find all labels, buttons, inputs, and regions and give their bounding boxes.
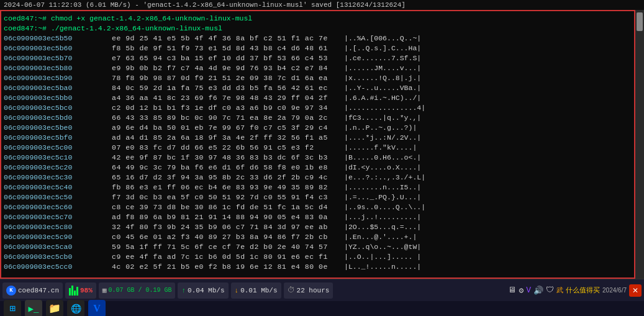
app-icon-4[interactable]: 🌐 bbox=[67, 300, 84, 316]
hex-addr: 06c0909003ec5c50 bbox=[4, 192, 109, 202]
ram-icon: ▦ bbox=[102, 286, 107, 294]
browser-icon: 🌐 bbox=[71, 304, 81, 314]
hex-bytes: 07 e0 83 fc d7 dd 66 e5 22 6b 56 91 c5 e… bbox=[112, 143, 342, 153]
upload-speed: 0.01 Mb/s bbox=[240, 287, 277, 294]
scrollbar-thumb[interactable] bbox=[637, 12, 643, 31]
terminal-line: coed847:~# chmod +x genact-1.4.2-x86_64-… bbox=[4, 14, 632, 24]
terminal-line: 06c0909003ec5c40fb 86 e3 e1 ff 06 ec b4 … bbox=[4, 183, 632, 192]
hex-addr: 06c0909003ec5ca0 bbox=[4, 242, 109, 252]
terminal-content[interactable]: coed847:~# chmod +x genact-1.4.2-x86_64-… bbox=[0, 10, 635, 279]
time-item[interactable]: ⏱ 22 hours bbox=[284, 282, 333, 299]
terminal-line: 06c0909003ec5c1042 ee 9f 87 bc 1f 30 97 … bbox=[4, 153, 632, 163]
hex-bytes: 42 ee 9f 87 bc 1f 30 97 48 36 83 b3 dc 6… bbox=[112, 153, 342, 163]
terminal-line: 06c0909003ec5c70ad f8 89 6a b9 81 21 91 … bbox=[4, 212, 632, 222]
kali-icon: K bbox=[6, 286, 16, 296]
scrollbar[interactable] bbox=[635, 10, 644, 279]
hex-addr: 06c0909003ec5cb0 bbox=[4, 252, 109, 262]
hex-bytes: c0 45 6e 01 a2 f3 40 89 27 b3 8a 94 86 f… bbox=[112, 232, 342, 242]
hex-addr: 06c0909003ec5b70 bbox=[4, 53, 109, 63]
hex-addr: 06c0909003ec5be0 bbox=[4, 123, 109, 133]
ram-item[interactable]: ▦ 0.07 GB / 0.19 GB bbox=[99, 282, 176, 299]
terminal-line: 06c0909003ec5bb0a4 36 aa 41 8c 23 69 f6 … bbox=[4, 93, 632, 103]
terminal-line: 06c0909003ec5b60f8 5b de 9f 51 f9 73 e1 … bbox=[4, 43, 632, 53]
hex-addr: 06c0909003ec5c10 bbox=[4, 153, 109, 163]
hex-bytes: 66 43 33 85 89 bc 0c 90 7c 71 ea 8e 2a 7… bbox=[112, 113, 342, 123]
hex-addr: 06c0909003ec5c00 bbox=[4, 143, 109, 153]
terminal-line: 06c0909003ec5c50f7 3d 0c b3 ea 5f c0 50 … bbox=[4, 192, 632, 202]
hex-bytes: 64 49 9c 3c 79 ba f6 e6 d1 6f d6 58 f8 e… bbox=[112, 163, 342, 173]
tray-icon-6: 武 bbox=[556, 286, 563, 295]
hex-ascii: |YZ..q\o..~...@tW| bbox=[342, 242, 421, 252]
hex-bytes: fb 86 e3 e1 ff 06 ec b4 6e 83 93 9e 49 3… bbox=[112, 183, 342, 192]
hex-ascii: |..Y-..u.....VBa.| bbox=[342, 83, 421, 93]
app-icon-3[interactable]: 📁 bbox=[46, 300, 63, 316]
terminal-line: 06c0909003ec5bc0c2 0d 12 b1 b1 f3 1e df … bbox=[4, 103, 632, 113]
download-speed: 0.04 Mb/s bbox=[188, 287, 224, 294]
hex-bytes: e7 63 65 94 c3 ba 15 ef 10 dd 37 bf 53 6… bbox=[112, 53, 342, 63]
terminal-line: 06c0909003ec5b70e7 63 65 94 c3 ba 15 ef … bbox=[4, 53, 632, 63]
hex-ascii: |dI.<y....o.X....| bbox=[342, 163, 421, 173]
hex-ascii: |..%A.[006...Q..~| bbox=[342, 34, 421, 43]
hex-bytes: 4c 02 e2 5f 21 b5 e0 f2 b8 19 6e 12 81 e… bbox=[112, 262, 342, 272]
ram-label: 0.07 GB / 0.19 GB bbox=[108, 287, 171, 294]
clock-icon: ⏱ bbox=[288, 286, 295, 295]
hex-ascii: |.n..P..~.g...?)| bbox=[342, 123, 417, 133]
terminal-icon: ▶_ bbox=[29, 304, 39, 314]
terminal-line: 06c0909003ec5c90c0 45 6e 01 a2 f3 40 89 … bbox=[4, 232, 632, 242]
hex-ascii: |......JM....v...| bbox=[342, 63, 421, 73]
hex-addr: 06c0909003ec5cc0 bbox=[4, 262, 109, 272]
tray-icon-3: V bbox=[526, 286, 531, 295]
hex-addr: 06c0909003ec5c20 bbox=[4, 163, 109, 173]
v-icon: V bbox=[93, 303, 101, 314]
bar3 bbox=[74, 291, 76, 296]
hex-ascii: |.=..._.PQ.}.U...| bbox=[342, 192, 421, 202]
hex-bytes: c8 ce 39 73 d8 be 30 86 1c fd de 51 fc 1… bbox=[112, 202, 342, 212]
hex-addr: 06c0909003ec5c90 bbox=[4, 232, 109, 242]
taskbar-left: K coed847.cn 98% ▦ 0.07 GB / 0.19 GB ↑ 0… bbox=[2, 282, 333, 299]
kali-site-item[interactable]: K coed847.cn bbox=[2, 282, 63, 299]
terminal-line: 06c0909003ec5ca059 5a 1f ff 71 5c 6f ce … bbox=[4, 242, 632, 252]
hex-addr: 06c0909003ec5c80 bbox=[4, 222, 109, 232]
hex-ascii: |......f."kV....| bbox=[342, 143, 417, 153]
terminal-line: 06c0909003ec5c0007 e0 83 fc d7 dd 66 e5 … bbox=[4, 143, 632, 153]
hex-addr: 06c0909003ec5b80 bbox=[4, 63, 109, 73]
bottom-app-bar: ⊞ ▶_ 📁 🌐 V bbox=[0, 301, 644, 316]
site-label: coed847.cn bbox=[18, 287, 59, 294]
hex-ascii: |....*j..:N/.2V..| bbox=[342, 133, 421, 143]
hex-bytes: 84 0c 59 2d 1a fa 75 e3 dd d3 b5 fa 56 4… bbox=[112, 83, 342, 93]
hex-addr: 06c0909003ec5b90 bbox=[4, 73, 109, 83]
hex-addr: 06c0909003ec5c40 bbox=[4, 183, 109, 192]
download-icon: ↑ bbox=[181, 287, 186, 294]
app-icon-1[interactable]: ⊞ bbox=[4, 300, 21, 316]
hex-ascii: |.[..Q.s.].C...Ha| bbox=[342, 43, 421, 53]
hex-bytes: f7 3d 0c b3 ea 5f c0 50 51 92 7d c0 55 9… bbox=[112, 192, 342, 202]
hex-bytes: a4 36 aa 41 8c 23 69 f6 7e 98 48 43 29 f… bbox=[112, 93, 342, 103]
close-button[interactable]: ✕ bbox=[629, 284, 642, 297]
hex-ascii: |2O...$5...q.=...| bbox=[342, 222, 421, 232]
hex-ascii: |e...?.:..,.3./+.L| bbox=[342, 173, 425, 183]
tray-icon-5: 🛡 bbox=[546, 286, 554, 295]
tray-icon-2: ⚙ bbox=[519, 286, 524, 296]
download-item[interactable]: ↑ 0.04 Mb/s bbox=[178, 282, 228, 299]
hex-bytes: 59 5a 1f ff 71 5c 6f ce cf 7e d2 b0 2e 4… bbox=[112, 242, 342, 252]
hex-ascii: |fC3.....|q..*y.,| bbox=[342, 113, 421, 123]
cpu-item[interactable]: 98% bbox=[65, 282, 96, 299]
terminal-line: 06c0909003ec5bd066 43 33 85 89 bc 0c 90 … bbox=[4, 113, 632, 123]
hex-bytes: 78 f8 9b 98 87 0d f9 21 51 2e 09 38 7c d… bbox=[112, 73, 342, 83]
hex-bytes: 32 4f 80 f3 9b 24 35 b9 06 c7 71 84 3d 9… bbox=[112, 222, 342, 232]
terminal-line: 06c0909003ec5ba084 0c 59 2d 1a fa 75 e3 … bbox=[4, 83, 632, 93]
tray-date: 2024/6/7 bbox=[602, 287, 627, 294]
terminal-wrapper: coed847:~# chmod +x genact-1.4.2-x86_64-… bbox=[0, 10, 644, 279]
terminal-line: 06c0909003ec5b9078 f8 9b 98 87 0d f9 21 … bbox=[4, 73, 632, 83]
hex-bytes: 65 16 d7 d2 3f 94 3a 95 8b 2c 33 d6 2f 2… bbox=[112, 173, 342, 183]
app-icon-2[interactable]: ▶_ bbox=[25, 300, 42, 316]
terminal-line: 06c0909003ec5cc04c 02 e2 5f 21 b5 e0 f2 … bbox=[4, 262, 632, 272]
taskbar-right: 🖥 ⚙ V 🔊 🛡 武 什么值得买 2024/6/7 ✕ bbox=[508, 284, 642, 297]
tray-icon-chinese: 什么值得买 bbox=[566, 286, 600, 295]
app-icon-v[interactable]: V bbox=[88, 300, 106, 316]
terminal-line: 06c0909003ec5b50ee 9d 25 41 e5 5b 4f 4f … bbox=[4, 34, 632, 43]
tray-icon-4: 🔊 bbox=[533, 286, 543, 296]
upload-item[interactable]: ↓ 0.01 Mb/s bbox=[231, 282, 281, 299]
cpu-percent: 98% bbox=[80, 287, 93, 294]
bar4 bbox=[76, 287, 78, 296]
